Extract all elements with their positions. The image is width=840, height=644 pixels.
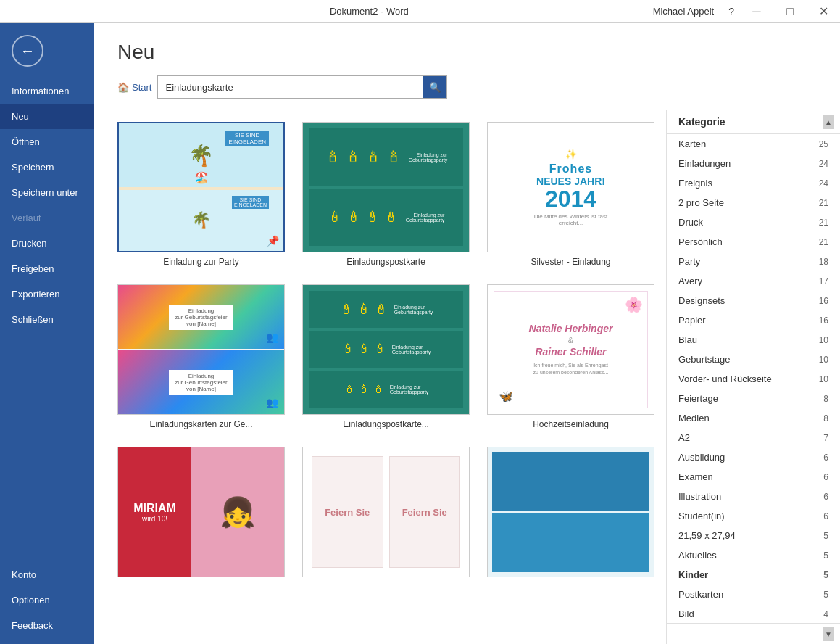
category-count: 7 bbox=[823, 433, 828, 443]
category-row[interactable]: Illustration6 bbox=[667, 487, 840, 506]
titlebar-controls: Michael Appelt ? ─ □ ✕ bbox=[644, 0, 840, 23]
category-row[interactable]: Examen6 bbox=[667, 467, 840, 487]
help-button[interactable]: ? bbox=[723, 6, 740, 17]
category-count: 21 bbox=[819, 198, 828, 208]
template-thumb: 🌴 SIE SINDEINGELADEN 🏖️ 🌴 SIE SINDEINGEL… bbox=[117, 122, 285, 252]
sidebar: ← Informationen Neu Öffnen Speichern Spe… bbox=[0, 23, 94, 644]
category-row[interactable]: Medien8 bbox=[667, 408, 840, 428]
category-count: 4 bbox=[823, 609, 828, 619]
search-bar: 🏠 Start 🔍 bbox=[117, 75, 817, 99]
category-label: Feiertage bbox=[678, 393, 718, 404]
sidebar-item-exportieren[interactable]: Exportieren bbox=[0, 281, 94, 307]
template-card[interactable] bbox=[487, 447, 654, 582]
category-row[interactable]: Ereignis24 bbox=[667, 173, 840, 193]
template-card[interactable]: 🕯 🕯 🕯 Einladung zurGeburtstagsparty 🕯 🕯 … bbox=[302, 284, 470, 429]
category-row[interactable]: Einladungen24 bbox=[667, 154, 840, 173]
sidebar-item-neu[interactable]: Neu bbox=[0, 104, 94, 129]
category-row[interactable]: Karten25 bbox=[667, 134, 840, 154]
sidebar-item-oeffnen[interactable]: Öffnen bbox=[0, 129, 94, 154]
sidebar-item-speichern-unter[interactable]: Speichern unter bbox=[0, 180, 94, 205]
category-count: 5 bbox=[823, 531, 828, 541]
category-row[interactable]: Aktuelles5 bbox=[667, 545, 840, 565]
template-thumb: Feiern Sie Feiern Sie bbox=[302, 447, 470, 577]
category-count: 16 bbox=[819, 296, 828, 306]
sidebar-item-optionen[interactable]: Optionen bbox=[0, 587, 94, 613]
sidebar-item-informationen[interactable]: Informationen bbox=[0, 78, 94, 104]
template-thumb: Natalie Herbinger & Rainer Schiller Ich … bbox=[487, 284, 654, 415]
category-label: Einladungen bbox=[678, 158, 731, 169]
category-count: 5 bbox=[823, 590, 828, 600]
category-row[interactable]: Kinder5 bbox=[667, 565, 840, 585]
category-label: Blau bbox=[678, 334, 697, 345]
category-label: Student(in) bbox=[678, 511, 725, 521]
category-row[interactable]: Postkarten5 bbox=[667, 585, 840, 604]
category-row[interactable]: Party18 bbox=[667, 252, 840, 271]
search-button[interactable]: 🔍 bbox=[423, 76, 446, 98]
maximize-button[interactable]: □ bbox=[773, 0, 807, 23]
titlebar-user: Michael Appelt bbox=[644, 6, 723, 17]
category-label: 21,59 x 27,94 bbox=[678, 530, 736, 541]
sidebar-item-konto[interactable]: Konto bbox=[0, 562, 94, 587]
template-card[interactable]: ✨ Frohes NEUES JAHR! 2014 Die Mitte des … bbox=[487, 122, 654, 267]
template-card[interactable]: Feiern Sie Feiern Sie bbox=[302, 447, 470, 582]
category-count: 6 bbox=[823, 492, 828, 502]
category-label: Designsets bbox=[678, 295, 725, 306]
category-label: Papier bbox=[678, 315, 706, 326]
scroll-down-arrow[interactable]: ▼ bbox=[823, 627, 834, 641]
template-card[interactable]: Natalie Herbinger & Rainer Schiller Ich … bbox=[487, 284, 654, 429]
category-label: Examen bbox=[678, 471, 713, 482]
scroll-up-arrow[interactable]: ▲ bbox=[823, 115, 834, 129]
category-count: 21 bbox=[819, 237, 828, 247]
category-row[interactable]: 2 pro Seite21 bbox=[667, 193, 840, 212]
search-input[interactable] bbox=[158, 78, 423, 97]
sidebar-item-feedback[interactable]: Feedback bbox=[0, 613, 94, 638]
category-count: 21 bbox=[819, 218, 828, 228]
category-row[interactable]: Avery17 bbox=[667, 271, 840, 291]
category-label: Ereignis bbox=[678, 178, 712, 189]
category-row[interactable]: Papier16 bbox=[667, 310, 840, 330]
category-count: 18 bbox=[819, 257, 828, 267]
category-label: Kinder bbox=[678, 569, 708, 580]
category-row[interactable]: Blau10 bbox=[667, 330, 840, 350]
category-row[interactable]: A27 bbox=[667, 428, 840, 447]
category-row[interactable]: Ausbildung6 bbox=[667, 447, 840, 467]
pin-icon: 📌 bbox=[267, 235, 279, 247]
close-button[interactable]: ✕ bbox=[807, 0, 840, 23]
minimize-button[interactable]: ─ bbox=[740, 0, 773, 23]
sidebar-item-verlauf: Verlauf bbox=[0, 205, 94, 231]
sidebar-item-speichern[interactable]: Speichern bbox=[0, 154, 94, 180]
template-card[interactable]: Einladungzur Geburtstagsfeiervon [Name] … bbox=[117, 284, 285, 429]
template-card[interactable]: 🕯 🕯 🕯 🕯 Einladung zurGeburtstagsparty 🕯 … bbox=[302, 122, 470, 267]
back-button[interactable]: ← bbox=[12, 35, 43, 67]
sidebar-item-drucken[interactable]: Drucken bbox=[0, 231, 94, 256]
category-row[interactable]: 21,59 x 27,945 bbox=[667, 526, 840, 545]
category-row[interactable]: Vorder- und Rückseite10 bbox=[667, 369, 840, 389]
category-count: 8 bbox=[823, 394, 828, 404]
category-label: Bild bbox=[678, 608, 694, 619]
template-label: Hochzeitseinladung bbox=[533, 419, 609, 429]
sidebar-item-schliessen[interactable]: Schließen bbox=[0, 307, 94, 332]
category-label: 2 pro Seite bbox=[678, 197, 724, 208]
category-count: 10 bbox=[819, 355, 828, 365]
template-thumb: MIRIAM wird 10! 👧 bbox=[117, 447, 285, 577]
template-card[interactable]: MIRIAM wird 10! 👧 bbox=[117, 447, 285, 582]
category-count: 6 bbox=[823, 472, 828, 482]
category-label: Druck bbox=[678, 217, 703, 228]
category-row[interactable]: Bild4 bbox=[667, 604, 840, 623]
template-thumb: Einladungzur Geburtstagsfeiervon [Name] … bbox=[117, 284, 285, 415]
sidebar-item-freigeben[interactable]: Freigeben bbox=[0, 256, 94, 281]
category-row[interactable]: Student(in)6 bbox=[667, 506, 840, 526]
category-label: Vorder- und Rückseite bbox=[678, 373, 772, 384]
category-row[interactable]: Persönlich21 bbox=[667, 232, 840, 252]
templates-grid: 🌴 SIE SINDEINGELADEN 🏖️ 🌴 SIE SINDEINGEL… bbox=[94, 110, 666, 644]
category-panel: Kategorie ▲ Karten25 Einladungen24 Ereig… bbox=[666, 110, 840, 644]
category-row[interactable]: Feiertage8 bbox=[667, 389, 840, 408]
category-scroll[interactable]: Karten25 Einladungen24 Ereignis24 2 pro … bbox=[667, 134, 840, 623]
category-row[interactable]: Druck21 bbox=[667, 212, 840, 232]
category-row[interactable]: Designsets16 bbox=[667, 291, 840, 310]
template-thumb bbox=[487, 447, 654, 577]
template-card[interactable]: 🌴 SIE SINDEINGELADEN 🏖️ 🌴 SIE SINDEINGEL… bbox=[117, 122, 285, 267]
category-row[interactable]: Geburtstage10 bbox=[667, 350, 840, 369]
home-link[interactable]: 🏠 Start bbox=[117, 82, 151, 93]
app-body: ← Informationen Neu Öffnen Speichern Spe… bbox=[0, 23, 840, 644]
